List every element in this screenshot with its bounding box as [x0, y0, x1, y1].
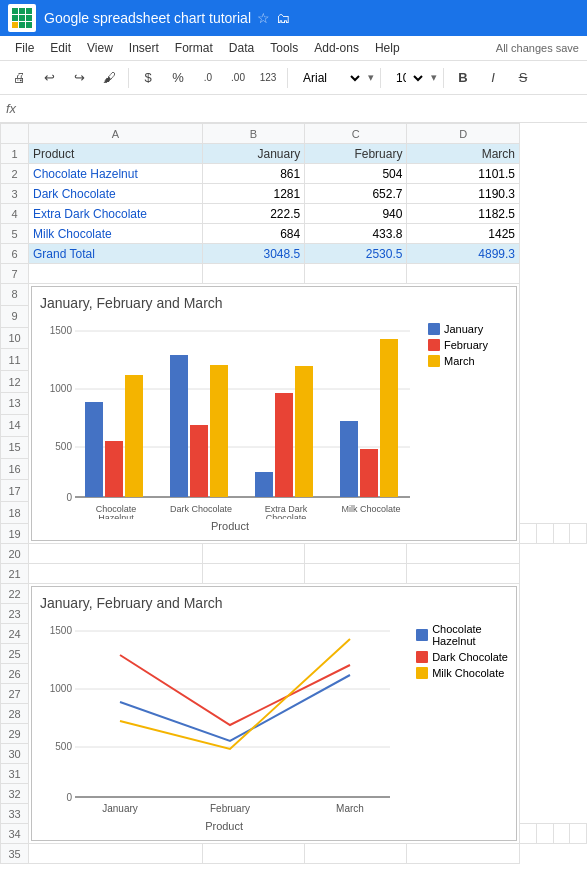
menu-help[interactable]: Help: [368, 38, 407, 58]
table-row: 2 Chocolate Hazelnut 861 504 1101.5: [1, 164, 587, 184]
strikethrough-btn[interactable]: S: [510, 65, 536, 91]
italic-btn[interactable]: I: [480, 65, 506, 91]
cell-a35[interactable]: [29, 844, 203, 864]
svg-text:March: March: [336, 803, 364, 814]
legend-label-mar: March: [444, 355, 475, 367]
cell-c21[interactable]: [305, 564, 407, 584]
cell-a5[interactable]: Milk Chocolate: [29, 224, 203, 244]
menu-tools[interactable]: Tools: [263, 38, 305, 58]
chart2-row: 22 January, February and March 1500 1000: [1, 584, 587, 604]
cell-b1[interactable]: January: [202, 144, 304, 164]
cell-a19[interactable]: [520, 524, 537, 544]
cell-d21[interactable]: [407, 564, 520, 584]
bold-btn[interactable]: B: [450, 65, 476, 91]
cell-b21[interactable]: [202, 564, 304, 584]
cell-d2[interactable]: 1101.5: [407, 164, 520, 184]
cell-a3[interactable]: Dark Chocolate: [29, 184, 203, 204]
legend-color-feb: [428, 339, 440, 351]
format-number-btn[interactable]: 123: [255, 65, 281, 91]
menu-file[interactable]: File: [8, 38, 41, 58]
svg-rect-9: [105, 441, 123, 497]
cell-c3[interactable]: 652.7: [305, 184, 407, 204]
cell-c7[interactable]: [305, 264, 407, 284]
paint-format-btn[interactable]: 🖌: [96, 65, 122, 91]
cell-d35[interactable]: [407, 844, 520, 864]
row-num: 17: [1, 480, 29, 502]
cell-a6[interactable]: Grand Total: [29, 244, 203, 264]
row-num: 16: [1, 458, 29, 480]
menu-data[interactable]: Data: [222, 38, 261, 58]
separator4: [443, 68, 444, 88]
redo-btn[interactable]: ↪: [66, 65, 92, 91]
folder-icon[interactable]: 🗂: [276, 10, 290, 26]
row-num: 12: [1, 371, 29, 393]
row-num: 25: [1, 644, 29, 664]
cell-b34[interactable]: [536, 824, 553, 844]
cell-a21[interactable]: [29, 564, 203, 584]
cell-b6[interactable]: 3048.5: [202, 244, 304, 264]
cell-b5[interactable]: 684: [202, 224, 304, 244]
cell-a2[interactable]: Chocolate Hazelnut: [29, 164, 203, 184]
decimal-decrease-btn[interactable]: .0: [195, 65, 221, 91]
menu-format[interactable]: Format: [168, 38, 220, 58]
cell-a1[interactable]: Product: [29, 144, 203, 164]
row-num: 3: [1, 184, 29, 204]
col-header-d[interactable]: D: [407, 124, 520, 144]
cell-b35[interactable]: [202, 844, 304, 864]
col-header-a[interactable]: A: [29, 124, 203, 144]
cell-b20[interactable]: [202, 544, 304, 564]
cell-c19[interactable]: [553, 524, 570, 544]
cell-b2[interactable]: 861: [202, 164, 304, 184]
currency-btn[interactable]: $: [135, 65, 161, 91]
formula-input[interactable]: [22, 102, 581, 116]
font-family-select[interactable]: Arial: [294, 67, 364, 89]
cell-a34[interactable]: [520, 824, 537, 844]
cell-d34[interactable]: [570, 824, 587, 844]
row-num: 20: [1, 544, 29, 564]
percent-btn[interactable]: %: [165, 65, 191, 91]
menu-edit[interactable]: Edit: [43, 38, 78, 58]
cell-d4[interactable]: 1182.5: [407, 204, 520, 224]
undo-btn[interactable]: ↩: [36, 65, 62, 91]
chart1-cell: January, February and March 1500 1000 50…: [29, 284, 520, 544]
cell-c20[interactable]: [305, 544, 407, 564]
col-header-c[interactable]: C: [305, 124, 407, 144]
cell-c4[interactable]: 940: [305, 204, 407, 224]
font-size-select[interactable]: 10: [387, 67, 427, 89]
row-num: 6: [1, 244, 29, 264]
decimal-increase-btn[interactable]: .00: [225, 65, 251, 91]
chart2-legend: ChocolateHazelnut Dark Chocolate Milk Ch…: [416, 619, 508, 832]
cell-d3[interactable]: 1190.3: [407, 184, 520, 204]
cell-c2[interactable]: 504: [305, 164, 407, 184]
print-btn[interactable]: 🖨: [6, 65, 32, 91]
cell-d19[interactable]: [570, 524, 587, 544]
menu-addons[interactable]: Add-ons: [307, 38, 366, 58]
cell-d7[interactable]: [407, 264, 520, 284]
star-icon[interactable]: ☆: [257, 10, 270, 26]
legend-item-jan: January: [428, 323, 508, 335]
cell-b7[interactable]: [202, 264, 304, 284]
chart1-row: 8 January, February and March 1500 1000: [1, 284, 587, 306]
cell-c5[interactable]: 433.8: [305, 224, 407, 244]
cell-a20[interactable]: [29, 544, 203, 564]
cell-c34[interactable]: [553, 824, 570, 844]
cell-c6[interactable]: 2530.5: [305, 244, 407, 264]
menu-insert[interactable]: Insert: [122, 38, 166, 58]
menu-view[interactable]: View: [80, 38, 120, 58]
separator2: [287, 68, 288, 88]
cell-d6[interactable]: 4899.3: [407, 244, 520, 264]
cell-b4[interactable]: 222.5: [202, 204, 304, 224]
cell-d20[interactable]: [407, 544, 520, 564]
legend-item-feb: February: [428, 339, 508, 351]
col-header-b[interactable]: B: [202, 124, 304, 144]
cell-a4[interactable]: Extra Dark Chocolate: [29, 204, 203, 224]
cell-c35[interactable]: [305, 844, 407, 864]
cell-d1[interactable]: March: [407, 144, 520, 164]
cell-b3[interactable]: 1281: [202, 184, 304, 204]
cell-a7[interactable]: [29, 264, 203, 284]
cell-c1[interactable]: February: [305, 144, 407, 164]
cell-b19[interactable]: [536, 524, 553, 544]
svg-rect-13: [210, 365, 228, 497]
svg-text:Milk Chocolate: Milk Chocolate: [341, 504, 400, 514]
cell-d5[interactable]: 1425: [407, 224, 520, 244]
